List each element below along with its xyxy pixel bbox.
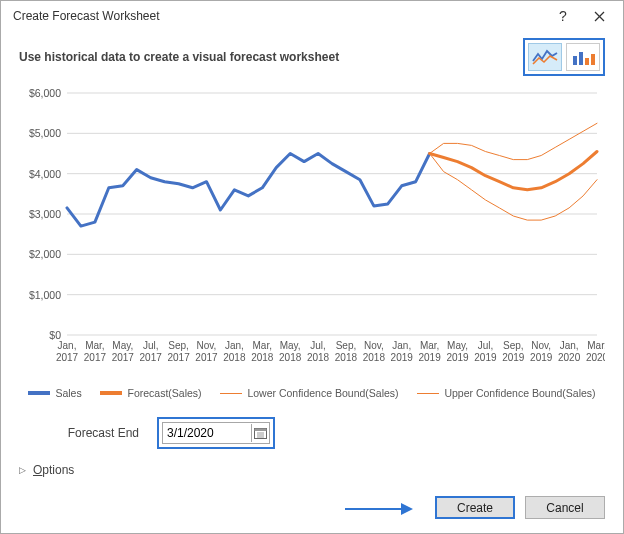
svg-text:Jan,: Jan, [560, 340, 579, 351]
dialog-buttons: Create Cancel [435, 496, 605, 519]
svg-text:2019: 2019 [474, 352, 497, 363]
help-button[interactable]: ? [545, 2, 581, 30]
create-forecast-dialog: Create Forecast Worksheet ? Use historic… [0, 0, 624, 534]
chevron-right-icon: ▷ [19, 465, 29, 475]
column-chart-icon [570, 48, 596, 66]
legend-forecast-label: Forecast(Sales) [127, 387, 201, 399]
close-icon [594, 11, 605, 22]
svg-text:2019: 2019 [446, 352, 469, 363]
svg-text:Jan,: Jan, [225, 340, 244, 351]
svg-text:2018: 2018 [307, 352, 330, 363]
svg-text:2017: 2017 [140, 352, 163, 363]
legend-sales: Sales [28, 387, 81, 399]
svg-text:Sep,: Sep, [168, 340, 189, 351]
svg-text:2017: 2017 [112, 352, 135, 363]
svg-text:Mar,: Mar, [253, 340, 272, 351]
legend-sales-label: Sales [55, 387, 81, 399]
forecast-end-field [162, 422, 270, 444]
svg-text:Mar,: Mar, [420, 340, 439, 351]
cancel-button[interactable]: Cancel [525, 496, 605, 519]
svg-text:Sep,: Sep, [336, 340, 357, 351]
svg-marker-66 [401, 503, 413, 515]
svg-text:Jul,: Jul, [478, 340, 494, 351]
svg-rect-61 [255, 429, 267, 432]
svg-text:2019: 2019 [391, 352, 414, 363]
forecast-chart: $0$1,000$2,000$3,000$4,000$5,000$6,000Ja… [19, 83, 605, 383]
svg-rect-2 [573, 56, 577, 65]
svg-text:Jan,: Jan, [392, 340, 411, 351]
forecast-end-label: Forecast End [19, 426, 139, 440]
dialog-title: Create Forecast Worksheet [13, 9, 545, 23]
calendar-icon [254, 427, 267, 439]
line-chart-icon [532, 48, 558, 66]
svg-text:2020: 2020 [558, 352, 581, 363]
svg-text:2018: 2018 [363, 352, 386, 363]
legend-lower-label: Lower Confidence Bound(Sales) [247, 387, 398, 399]
svg-text:Jul,: Jul, [143, 340, 159, 351]
svg-rect-4 [585, 58, 589, 65]
svg-text:2017: 2017 [167, 352, 190, 363]
legend-lower: Lower Confidence Bound(Sales) [220, 387, 398, 399]
dialog-body: Use historical data to create a visual f… [1, 31, 623, 533]
legend-upper-label: Upper Confidence Bound(Sales) [444, 387, 595, 399]
svg-text:Nov,: Nov, [364, 340, 384, 351]
svg-text:Mar,: Mar, [587, 340, 605, 351]
svg-text:May,: May, [447, 340, 468, 351]
svg-rect-3 [579, 52, 583, 65]
line-chart-type-button[interactable] [528, 43, 562, 71]
svg-text:$4,000: $4,000 [29, 168, 61, 180]
chart-svg: $0$1,000$2,000$3,000$4,000$5,000$6,000Ja… [19, 83, 605, 383]
create-button[interactable]: Create [435, 496, 515, 519]
svg-text:$1,000: $1,000 [29, 289, 61, 301]
legend-forecast: Forecast(Sales) [100, 387, 201, 399]
svg-text:Mar,: Mar, [85, 340, 104, 351]
svg-text:Jul,: Jul, [310, 340, 326, 351]
svg-text:Nov,: Nov, [531, 340, 551, 351]
svg-text:2019: 2019 [502, 352, 525, 363]
svg-text:$3,000: $3,000 [29, 208, 61, 220]
instruction-row: Use historical data to create a visual f… [19, 39, 605, 75]
dialog-subtitle: Use historical data to create a visual f… [19, 50, 523, 64]
options-expander[interactable]: ▷ Options [19, 463, 605, 477]
svg-text:2017: 2017 [195, 352, 218, 363]
forecast-end-highlight [157, 417, 275, 449]
svg-text:2017: 2017 [56, 352, 79, 363]
svg-text:$5,000: $5,000 [29, 127, 61, 139]
svg-text:2017: 2017 [84, 352, 107, 363]
svg-text:2018: 2018 [251, 352, 274, 363]
forecast-end-input[interactable] [163, 424, 251, 442]
chart-type-selector [523, 38, 605, 76]
svg-text:2020: 2020 [586, 352, 605, 363]
forecast-end-datepicker-button[interactable] [251, 424, 269, 442]
svg-text:May,: May, [112, 340, 133, 351]
svg-text:$2,000: $2,000 [29, 248, 61, 260]
svg-text:2018: 2018 [223, 352, 246, 363]
svg-text:Jan,: Jan, [58, 340, 77, 351]
forecast-end-row: Forecast End [19, 417, 605, 449]
close-button[interactable] [581, 2, 617, 30]
svg-text:2019: 2019 [530, 352, 553, 363]
svg-text:Sep,: Sep, [503, 340, 524, 351]
column-chart-type-button[interactable] [566, 43, 600, 71]
svg-rect-5 [591, 54, 595, 65]
chart-legend: Sales Forecast(Sales) Lower Confidence B… [19, 387, 605, 399]
svg-text:Nov,: Nov, [197, 340, 217, 351]
svg-text:2018: 2018 [335, 352, 358, 363]
svg-text:$6,000: $6,000 [29, 87, 61, 99]
legend-upper: Upper Confidence Bound(Sales) [417, 387, 595, 399]
options-label: Options [33, 463, 74, 477]
titlebar: Create Forecast Worksheet ? [1, 1, 623, 31]
svg-text:May,: May, [280, 340, 301, 351]
annotation-arrow [343, 499, 413, 519]
svg-text:2018: 2018 [279, 352, 302, 363]
svg-text:2019: 2019 [419, 352, 442, 363]
